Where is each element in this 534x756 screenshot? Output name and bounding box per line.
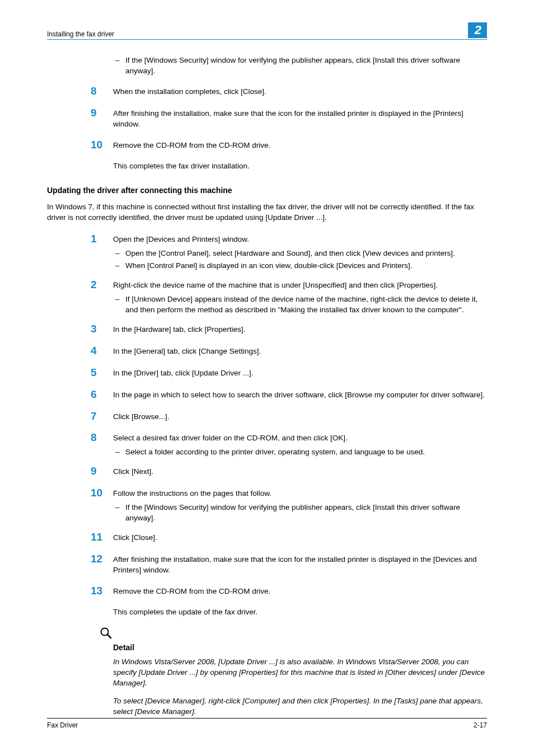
- step-item: 2 Right-click the device name of the mac…: [91, 279, 487, 317]
- main-content: – If the [Windows Security] window for v…: [91, 55, 487, 717]
- step-item: 5 In the [Driver] tab, click [Update Dri…: [91, 367, 487, 382]
- step-text: Click [Next].: [113, 467, 487, 477]
- step-number: 8: [91, 432, 113, 444]
- detail-paragraph: To select [Device Manager], right-click …: [113, 696, 487, 717]
- dash-icon: –: [113, 447, 125, 458]
- step-text: Right-click the device name of the machi…: [113, 280, 487, 291]
- step-number: 9: [91, 466, 113, 477]
- step-number: 7: [91, 411, 113, 422]
- step-item: 8 Select a desired fax driver folder on …: [91, 432, 487, 459]
- step-text: Remove the CD-ROM from the CD-ROM drive.: [113, 140, 487, 151]
- step-item: 3 In the [Hardware] tab, click [Properti…: [91, 323, 487, 339]
- step-text: When the installation completes, click […: [113, 87, 487, 97]
- step-follow-text: This completes the fax driver installati…: [113, 161, 487, 172]
- dash-icon: –: [113, 261, 125, 271]
- dash-icon: –: [113, 503, 125, 524]
- step-number: 1: [91, 233, 113, 245]
- step-number: 9: [91, 107, 113, 119]
- step-number: 10: [91, 487, 113, 499]
- step-item: 4 In the [General] tab, click [Change Se…: [91, 345, 487, 360]
- step-body: When the installation completes, click […: [113, 86, 487, 101]
- step-item: 1 Open the [Devices and Printers] window…: [91, 233, 487, 273]
- step-item: 13 Remove the CD-ROM from the CD-ROM dri…: [91, 585, 487, 600]
- sub-text: Open the [Control Panel], select [Hardwa…: [125, 248, 487, 259]
- step-body: Open the [Devices and Printers] window. …: [113, 233, 487, 273]
- sub-text: If the [Windows Security] window for ver…: [125, 503, 487, 524]
- sub-text: If [Unknown Device] appears instead of t…: [125, 294, 487, 316]
- step-body: Remove the CD-ROM from the CD-ROM drive.: [113, 139, 487, 154]
- sub-text: When [Control Panel] is displayed in an …: [125, 261, 487, 271]
- step-item: 8 When the installation completes, click…: [91, 86, 487, 101]
- page-footer: Fax Driver 2-17: [47, 718, 487, 729]
- step-text: Select a desired fax driver folder on th…: [113, 433, 487, 444]
- step-body: After finishing the installation, make s…: [113, 107, 487, 133]
- detail-paragraph: In Windows Vista/Server 2008, [Update Dr…: [113, 657, 487, 689]
- detail-label: Detail: [113, 642, 487, 654]
- step-number: 10: [91, 139, 113, 151]
- step-number: 11: [91, 532, 113, 543]
- dash-icon: –: [113, 294, 125, 316]
- step-text: After finishing the installation, make s…: [113, 109, 487, 130]
- page: Installing the fax driver 2 – If the [Wi…: [0, 0, 534, 756]
- step-text: After finishing the installation, make s…: [113, 555, 487, 576]
- continuation-text: If the [Windows Security] window for ver…: [125, 55, 487, 77]
- step-item: 10 Follow the instructions on the pages …: [91, 487, 487, 525]
- step-number: 3: [91, 323, 113, 335]
- step-item: 10 Remove the CD-ROM from the CD-ROM dri…: [91, 139, 487, 154]
- step-number: 8: [91, 86, 113, 97]
- dash-icon: –: [113, 55, 125, 77]
- step-item: 12 After finishing the installation, mak…: [91, 553, 487, 579]
- step-text: In the [Hardware] tab, click [Properties…: [113, 325, 487, 335]
- step-item: 11 Click [Close].: [91, 532, 487, 547]
- step-number: 4: [91, 345, 113, 357]
- step-follow-text: This completes the update of the fax dri…: [113, 607, 487, 618]
- section-heading: Updating the driver after connecting thi…: [47, 185, 487, 196]
- magnifier-icon: [100, 627, 487, 639]
- step-item: 9 Click [Next].: [91, 466, 487, 481]
- step-item: 9 After finishing the installation, make…: [91, 107, 487, 133]
- step-text: In the [General] tab, click [Change Sett…: [113, 346, 487, 357]
- sub-text: Select a folder according to the printer…: [125, 447, 487, 458]
- step-text: In the page in which to select how to se…: [113, 390, 487, 401]
- page-header: Installing the fax driver 2: [47, 22, 487, 40]
- step-item: 7 Click [Browse...].: [91, 411, 487, 426]
- continuation-bullet: – If the [Windows Security] window for v…: [113, 55, 487, 77]
- step-number: 13: [91, 585, 113, 597]
- step-item: 6 In the page in which to select how to …: [91, 389, 487, 404]
- step-text: Open the [Devices and Printers] window.: [113, 234, 487, 245]
- step-text: Follow the instructions on the pages tha…: [113, 489, 487, 499]
- detail-block: Detail In Windows Vista/Server 2008, [Up…: [113, 627, 487, 717]
- chapter-number-tab: 2: [468, 22, 487, 38]
- svg-line-1: [107, 635, 111, 638]
- step-number: 5: [91, 367, 113, 379]
- footer-left: Fax Driver: [47, 721, 78, 729]
- step-number: 2: [91, 279, 113, 291]
- step-text: In the [Driver] tab, click [Update Drive…: [113, 368, 487, 379]
- footer-right: 2-17: [474, 721, 487, 729]
- step-body: Right-click the device name of the machi…: [113, 279, 487, 317]
- step-text: Click [Browse...].: [113, 412, 487, 422]
- step-number: 6: [91, 389, 113, 401]
- dash-icon: –: [113, 248, 125, 259]
- breadcrumb: Installing the fax driver: [47, 30, 114, 38]
- step-text: Remove the CD-ROM from the CD-ROM drive.: [113, 586, 487, 597]
- step-number: 12: [91, 553, 113, 565]
- section-intro: In Windows 7, if this machine is connect…: [47, 202, 487, 223]
- step-text: Click [Close].: [113, 533, 487, 543]
